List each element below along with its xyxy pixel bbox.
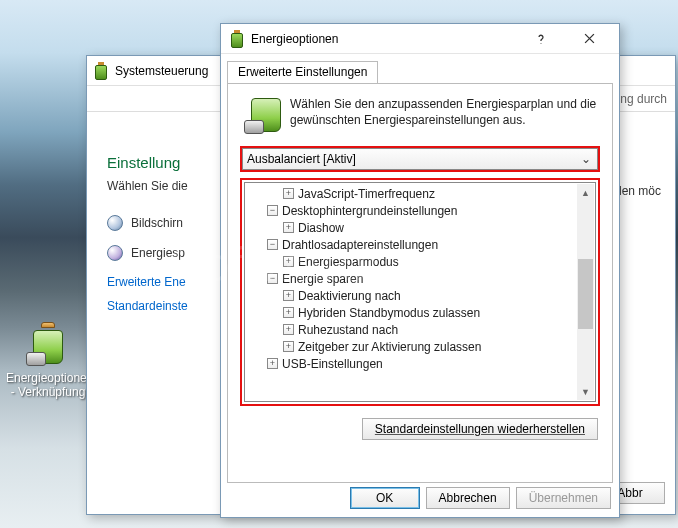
tree-label: Energie sparen	[282, 272, 363, 286]
power-icon	[107, 245, 123, 261]
collapse-icon[interactable]: −	[267, 205, 278, 216]
help-button[interactable]	[521, 28, 561, 50]
tree-row[interactable]: +Ruhezustand nach	[245, 321, 595, 338]
battery-icon	[242, 96, 282, 136]
tree-row[interactable]: +JavaScript-Timerfrequenz	[245, 185, 595, 202]
plan-combo-highlight: Ausbalanciert [Aktiv] ⌄	[240, 146, 600, 172]
display-icon	[107, 215, 123, 231]
tree-row[interactable]: −Desktophintergrundeinstellungen	[245, 202, 595, 219]
tree-label: USB-Einstellungen	[282, 357, 383, 371]
tree-row[interactable]: +Deaktivierung nach	[245, 287, 595, 304]
tree-row[interactable]: +USB-Einstellungen	[245, 355, 595, 372]
tree-row[interactable]: +Energiesparmodus	[245, 253, 595, 270]
scrollbar[interactable]: ▲ ▼	[577, 184, 594, 400]
settings-tree-highlight: +JavaScript-Timerfrequenz−Desktophinterg…	[240, 178, 600, 406]
cancel-button[interactable]: Abbrechen	[426, 487, 510, 509]
power-options-dialog: Energieoptionen Erweiterte Einstellungen…	[220, 23, 620, 518]
shortcut-label: Energieoptionen - Verknüpfung	[6, 371, 90, 399]
tree-label: Desktophintergrundeinstellungen	[282, 204, 457, 218]
bg-row-display[interactable]: Bildschirn	[131, 216, 183, 230]
tree-row[interactable]: +Hybriden Standbymodus zulassen	[245, 304, 595, 321]
control-panel-title: Systemsteuerung	[115, 64, 208, 78]
scroll-up-icon[interactable]: ▲	[577, 184, 594, 201]
tree-row[interactable]: −Energie sparen	[245, 270, 595, 287]
battery-icon	[93, 62, 109, 80]
scroll-thumb[interactable]	[578, 259, 593, 329]
apply-button[interactable]: Übernehmen	[516, 487, 611, 509]
expand-icon[interactable]: +	[283, 188, 294, 199]
dialog-title: Energieoptionen	[251, 32, 338, 46]
expand-icon[interactable]: +	[283, 256, 294, 267]
battery-icon	[229, 30, 245, 48]
restore-defaults-button[interactable]: Standardeinstellungen wiederherstellen	[362, 418, 598, 440]
tree-label: Diashow	[298, 221, 344, 235]
tab-advanced[interactable]: Erweiterte Einstellungen	[227, 61, 378, 84]
expand-icon[interactable]: +	[283, 341, 294, 352]
close-button[interactable]	[567, 28, 611, 50]
settings-tree[interactable]: +JavaScript-Timerfrequenz−Desktophinterg…	[244, 182, 596, 402]
dialog-titlebar[interactable]: Energieoptionen	[221, 24, 619, 54]
desktop-shortcut[interactable]: Energieoptionen - Verknüpfung	[6, 320, 90, 399]
intro-text: Wählen Sie den anzupassenden Energiespar…	[290, 96, 598, 136]
tree-label: Zeitgeber zur Aktivierung zulassen	[298, 340, 481, 354]
plan-combo[interactable]: Ausbalanciert [Aktiv] ⌄	[242, 148, 598, 170]
bg-row-power[interactable]: Energiesp	[131, 246, 185, 260]
collapse-icon[interactable]: −	[267, 239, 278, 250]
tree-row[interactable]: +Zeitgeber zur Aktivierung zulassen	[245, 338, 595, 355]
tree-label: Hybriden Standbymodus zulassen	[298, 306, 480, 320]
battery-icon	[24, 320, 72, 368]
tree-label: JavaScript-Timerfrequenz	[298, 187, 435, 201]
tree-row[interactable]: −Drahtlosadaptereinstellungen	[245, 236, 595, 253]
tree-label: Deaktivierung nach	[298, 289, 401, 303]
chevron-down-icon: ⌄	[579, 152, 593, 166]
scroll-down-icon[interactable]: ▼	[577, 383, 594, 400]
tab-panel: Wählen Sie den anzupassenden Energiespar…	[227, 83, 613, 483]
expand-icon[interactable]: +	[283, 324, 294, 335]
plan-combo-value: Ausbalanciert [Aktiv]	[247, 152, 579, 166]
tree-label: Energiesparmodus	[298, 255, 399, 269]
tree-row[interactable]: +Diashow	[245, 219, 595, 236]
expand-icon[interactable]: +	[267, 358, 278, 369]
tree-label: Drahtlosadaptereinstellungen	[282, 238, 438, 252]
ok-button[interactable]: OK	[350, 487, 420, 509]
expand-icon[interactable]: +	[283, 307, 294, 318]
expand-icon[interactable]: +	[283, 290, 294, 301]
expand-icon[interactable]: +	[283, 222, 294, 233]
tree-label: Ruhezustand nach	[298, 323, 398, 337]
collapse-icon[interactable]: −	[267, 273, 278, 284]
